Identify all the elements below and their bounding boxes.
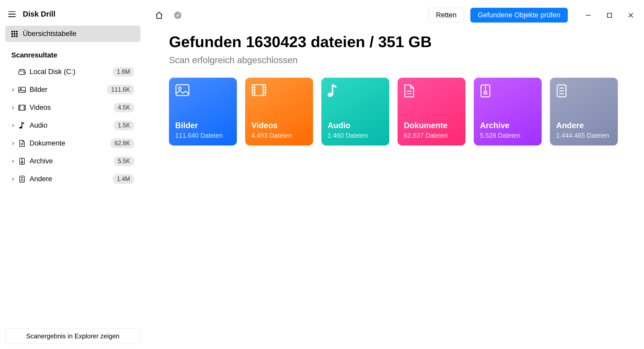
sidebar-header: Disk Drill: [5, 5, 140, 26]
summary-headline: Gefunden 1630423 dateien / 351 GB: [169, 33, 635, 51]
show-in-explorer-button[interactable]: Scanergebnis in Explorer zeigen: [5, 329, 140, 344]
image-icon: [18, 87, 26, 93]
tile-count: 4.493 Dateien: [251, 132, 307, 139]
document-icon: [404, 84, 459, 98]
summary-subline: Scan erfolgreich abgeschlossen: [169, 55, 635, 65]
svg-rect-2: [19, 87, 25, 92]
app-title: Disk Drill: [23, 10, 55, 18]
svg-rect-12: [22, 122, 22, 128]
sidebar-item-disk[interactable]: Local Disk (C:) 1.6M: [5, 63, 140, 81]
maximize-icon[interactable]: [606, 11, 613, 19]
sidebar-section-title: Scanresultate: [5, 48, 140, 63]
other-icon: [18, 176, 26, 183]
sidebar-item-archive[interactable]: Archive 5.5K: [5, 152, 140, 170]
topbar: Retten Gefundene Objekte prüfen: [155, 5, 635, 33]
svg-rect-27: [176, 85, 189, 96]
svg-rect-39: [332, 84, 333, 95]
sidebar: Disk Drill Übersichtstabelle Scanresulta…: [0, 0, 146, 349]
window-controls: [584, 11, 635, 19]
sidebar-footer: Scanergebnis in Explorer zeigen: [5, 329, 140, 344]
tree-count: 1.5K: [114, 121, 134, 130]
tile-title: Archive: [480, 121, 535, 130]
category-tiles: Bilder 111.640 Dateien Videos 4.493 Date…: [155, 78, 635, 146]
archive-icon: [18, 158, 26, 165]
tile-count: 62.837 Dateien: [404, 132, 459, 139]
tree-count: 1.4M: [113, 174, 134, 184]
tile-archive[interactable]: Archive 5.528 Dateien: [474, 78, 542, 146]
tile-title: Andere: [556, 121, 612, 130]
tree-count: 1.6M: [113, 67, 134, 77]
chevron-right-icon: [11, 106, 15, 110]
tree-label: Bilder: [30, 86, 103, 94]
main-content: Retten Gefundene Objekte prüfen Gefunden…: [146, 0, 644, 349]
sidebar-item-dokumente[interactable]: Dokumente 62.8K: [5, 134, 140, 152]
svg-rect-4: [19, 105, 25, 110]
tile-count: 111.640 Dateien: [175, 132, 231, 139]
menu-icon[interactable]: [8, 11, 16, 17]
tree-label: Dokumente: [30, 139, 107, 147]
sidebar-item-videos[interactable]: Videos 4.5K: [5, 99, 140, 117]
svg-point-1: [24, 72, 25, 73]
tile-audio[interactable]: Audio 1.460 Dateien: [321, 78, 389, 146]
audio-icon: [328, 84, 383, 97]
tile-bilder[interactable]: Bilder 111.640 Dateien: [169, 78, 237, 146]
disk-icon: [18, 69, 26, 75]
svg-rect-24: [607, 13, 612, 17]
tile-videos[interactable]: Videos 4.493 Dateien: [245, 78, 313, 146]
close-icon[interactable]: [627, 11, 635, 19]
svg-point-28: [179, 87, 181, 90]
audio-icon: [18, 122, 26, 129]
home-icon[interactable]: [155, 11, 163, 19]
video-icon: [251, 84, 307, 96]
sidebar-item-bilder[interactable]: Bilder 111.6K: [5, 81, 140, 99]
checkmark-status-icon: [174, 12, 181, 19]
svg-rect-17: [21, 162, 23, 163]
tile-andere[interactable]: Andere 1.444.465 Dateien: [550, 78, 618, 146]
sidebar-item-overview[interactable]: Übersichtstabelle: [5, 26, 140, 42]
video-icon: [18, 105, 26, 111]
tree-count: 62.8K: [110, 139, 134, 148]
svg-point-3: [20, 88, 22, 90]
sidebar-item-andere[interactable]: Andere 1.4M: [5, 170, 140, 188]
tile-title: Videos: [251, 121, 307, 130]
save-button[interactable]: Retten: [428, 8, 464, 23]
tile-dokumente[interactable]: Dokumente 62.837 Dateien: [398, 78, 465, 146]
tile-count: 1.444.465 Dateien: [556, 132, 612, 139]
tree-label: Audio: [30, 121, 110, 129]
tree-count: 111.6K: [107, 85, 134, 94]
chevron-right-icon: [11, 159, 15, 163]
tile-count: 5.528 Dateien: [480, 132, 535, 139]
tile-title: Dokumente: [404, 121, 459, 130]
archive-icon: [480, 84, 535, 98]
tree-label: Archive: [30, 157, 110, 165]
chevron-right-icon: [11, 142, 15, 145]
tree-count: 5.5K: [114, 156, 134, 166]
scan-summary: Gefunden 1630423 dateien / 351 GB Scan e…: [155, 33, 635, 65]
tile-title: Bilder: [175, 121, 231, 130]
sidebar-item-audio[interactable]: Audio 1.5K: [5, 117, 140, 134]
tree-label: Local Disk (C:): [30, 68, 109, 76]
tile-title: Audio: [328, 121, 383, 130]
overview-label: Übersichtstabelle: [23, 30, 76, 38]
tree-count: 4.5K: [114, 103, 134, 112]
image-icon: [175, 84, 231, 96]
minimize-icon[interactable]: [584, 11, 592, 19]
chevron-right-icon: [11, 124, 15, 127]
review-found-button[interactable]: Gefundene Objekte prüfen: [470, 8, 568, 23]
tile-count: 1.460 Dateien: [328, 132, 383, 139]
chevron-right-icon: [11, 177, 15, 181]
tree-label: Andere: [30, 175, 109, 183]
document-icon: [18, 140, 26, 147]
svg-rect-44: [484, 92, 487, 94]
chevron-right-icon: [11, 88, 15, 92]
other-icon: [556, 84, 612, 98]
grid-icon: [11, 31, 18, 37]
tree-label: Videos: [30, 104, 110, 112]
